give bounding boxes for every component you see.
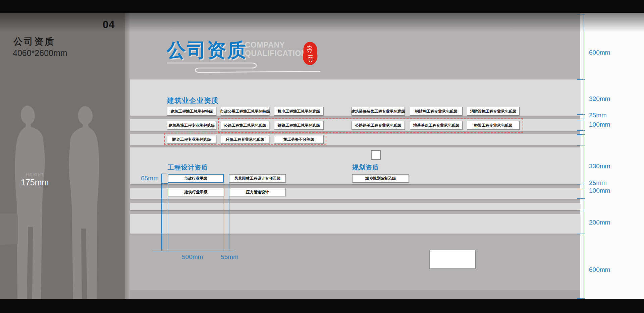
top-black-bar: [0, 0, 644, 13]
qualification-plaque: 钢结构工程专业承包贰级: [410, 107, 463, 116]
qualification-plaque: 消防设施工程专业承包贰级: [467, 107, 520, 116]
qualification-plaque: 施工劳务不分等级: [274, 135, 324, 144]
dim-label: 25mm: [589, 112, 607, 119]
qualification-plaque: 铁路工程施工总承包贰级: [274, 121, 324, 130]
dim-label-55mm: 55mm: [221, 253, 238, 261]
qualification-plaque: 环保工程专业承包贰级: [221, 135, 269, 144]
measure-baseline: [153, 251, 235, 251]
qualification-plaque: 机电工程施工总承包壹级: [274, 107, 324, 116]
dim-label-65mm: 65mm: [132, 175, 159, 182]
dim-label: 600mm: [589, 266, 610, 273]
qualification-plaque: 建筑行业甲级: [168, 188, 224, 196]
measure-line: [161, 174, 162, 251]
section-title-construction: 建筑业企业资质: [167, 96, 219, 105]
measure-box-65mm: [161, 174, 168, 184]
qualification-plaque: 隧道工程专业承包贰级: [167, 135, 216, 144]
measure-line: [223, 174, 223, 251]
dimension-line: [584, 14, 584, 298]
panel-size-label: 4060*2600mm: [13, 48, 67, 58]
qualification-plaque-selected: 市政行业甲级: [168, 174, 224, 183]
dim-label: 600mm: [589, 49, 610, 56]
qualification-plaque: 风景园林工程设计专项乙级: [229, 174, 286, 183]
qualification-plaque: 城乡规划编制乙级: [352, 174, 409, 183]
wall-title-cn: 公司资质: [167, 38, 247, 63]
qualification-plaque: 桥梁工程专业承包贰级: [467, 121, 520, 130]
wall-title-en-2: QUALIFICATION: [245, 49, 307, 58]
design-board: 04 公司资质 4060*2600mm HEIGHT 175mm 公司资质 CO…: [0, 0, 644, 313]
measure-line: [229, 174, 229, 251]
qualification-plaque: 建筑装修装饰工程专业承包壹级: [352, 107, 405, 116]
qualification-plaque: 公路路基工程专业承包贰级: [352, 121, 405, 130]
dim-label-500mm: 500mm: [182, 253, 203, 261]
dim-label: 100mm: [589, 121, 610, 128]
dim-label: 100mm: [589, 187, 610, 194]
height-label: HEIGHT: [26, 173, 44, 177]
dim-label: 25mm: [589, 179, 607, 187]
wall-title-en-1: COMPANY: [245, 41, 285, 50]
dim-label: 200mm: [589, 219, 610, 226]
panel-title: 公司资质: [13, 36, 55, 48]
measure-line: [168, 174, 168, 251]
dimension-tick: [577, 298, 585, 299]
wall-bottom-shade: [130, 290, 580, 299]
header-underline-flourish: [167, 61, 320, 75]
page-number: 04: [103, 19, 115, 31]
wall-band: [130, 214, 580, 234]
qualification-plaque: 建筑工程施工总承包特级: [167, 107, 216, 116]
people-silhouette: [0, 103, 125, 299]
section-title-design: 工程设计资质: [168, 163, 208, 172]
qualification-plaque: 地基基础工程专业承包贰级: [410, 121, 463, 130]
section-title-planning: 规划资质: [352, 163, 379, 172]
height-value: 175mm: [21, 178, 49, 187]
dim-label: 330mm: [589, 163, 610, 170]
bottom-black-bar: [0, 299, 644, 313]
wall-band: [130, 203, 580, 210]
panel-wall-gap: [125, 13, 130, 299]
dim-label: 320mm: [589, 95, 610, 103]
blank-square-sample: [371, 150, 381, 160]
qualification-plaque: 市政公用工程施工总承包特级: [221, 107, 269, 116]
blank-plate: [429, 250, 476, 269]
qualification-plaque: 建筑幕墙工程专业承包贰级: [167, 121, 216, 130]
qualification-plaque: 压力管道设计: [229, 188, 286, 196]
qualification-plaque: 公路工程施工总承包贰级: [221, 121, 269, 130]
